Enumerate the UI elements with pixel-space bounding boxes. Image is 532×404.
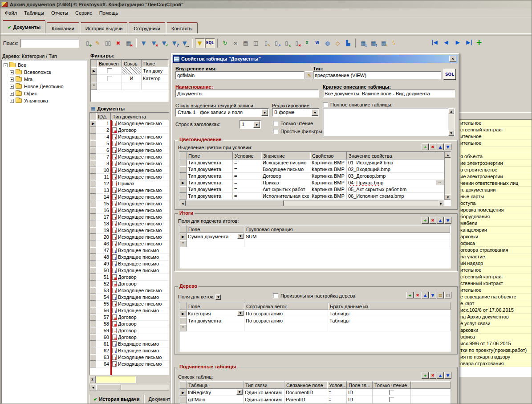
filter-row[interactable]: ИКатегор: [91, 75, 168, 82]
print-icon[interactable]: ▤: [241, 38, 251, 48]
grid-row[interactable]: ▶Тип документа=ПриказКартинка BMP04_Прик…: [179, 180, 451, 186]
grid-move-up-button[interactable]: ▲: [437, 217, 444, 224]
export-excel-icon[interactable]: X: [302, 38, 312, 48]
table-row[interactable]: 49Входящее письмо: [90, 261, 169, 267]
scroll-down-icon[interactable]: ▼: [445, 194, 451, 200]
tree-expand-icon[interactable]: +: [10, 92, 14, 96]
page-edit-icon[interactable]: ▯✎: [261, 38, 271, 48]
copy-record-icon[interactable]: ▯▯: [103, 38, 113, 48]
last-record-icon[interactable]: ▶|: [464, 37, 475, 47]
tree-expand-icon[interactable]: +: [10, 85, 14, 89]
print-preview-icon[interactable]: ◫: [251, 38, 261, 48]
scroll-right-icon[interactable]: ▶: [438, 200, 444, 206]
grid-row[interactable]: Тип документа=Исполнительная схеКартинка…: [179, 193, 451, 200]
grid-move-down-button[interactable]: ▼: [429, 292, 436, 298]
dropdown-icon[interactable]: ▼: [236, 389, 243, 395]
grid-add-button[interactable]: +: [422, 143, 429, 150]
add-row-icon[interactable]: +: [474, 37, 484, 47]
grid-add-button[interactable]: +: [422, 217, 429, 224]
menu-item-Сервис[interactable]: Сервис: [72, 9, 96, 16]
actions-icon[interactable]: ϟ: [389, 38, 399, 48]
grid-add-button[interactable]: +: [406, 292, 414, 298]
tab-Контакты[interactable]: Контакты: [167, 22, 198, 33]
table-row[interactable]: 60Договор: [90, 334, 169, 341]
tab-Документы[interactable]: ✔Документы: [3, 20, 45, 33]
grid-move-up-button[interactable]: ▲: [437, 372, 444, 379]
sql-filter-icon[interactable]: SQL: [205, 38, 215, 48]
filter-enabled-checkbox[interactable]: [107, 76, 112, 81]
color-grid-hscrollbar[interactable]: ◀▶: [179, 200, 444, 206]
grid-row[interactable]: *: [179, 324, 451, 331]
table-row[interactable]: 61Входящее письмо: [90, 341, 169, 347]
readonly-checkbox[interactable]: [389, 397, 394, 402]
export-word-icon[interactable]: W: [313, 38, 322, 48]
color-grid-vscrollbar[interactable]: ▲▼: [444, 152, 451, 200]
grid-row[interactable]: Тип документаПо возрастаниюТаблицы: [179, 317, 451, 324]
filter-clear-icon[interactable]: ▼✖: [149, 38, 159, 48]
delete-record-icon[interactable]: ✖: [114, 38, 123, 48]
type-input[interactable]: [313, 71, 441, 79]
scroll-down-icon[interactable]: ▼: [448, 130, 454, 136]
scroll-left-icon[interactable]: ◀: [179, 200, 186, 206]
tree-item-Мга[interactable]: +Мга: [9, 76, 86, 83]
filter-check-icon[interactable]: ▼✔: [159, 38, 169, 48]
table-row[interactable]: 46Исходящее письмо: [90, 241, 169, 247]
table-row[interactable]: 62Входящее письмо: [90, 347, 169, 354]
filter-icon[interactable]: ▼: [139, 38, 149, 48]
table-row[interactable]: 2Договор: [90, 127, 169, 134]
readonly-checkbox-row[interactable]: Только чтение: [273, 121, 313, 126]
table-row[interactable]: 47Входящее письмо: [90, 247, 169, 254]
table-row[interactable]: 59Договор: [90, 327, 169, 334]
tree-expand-icon[interactable]: +: [10, 78, 14, 82]
tree-save-button[interactable]: ◫: [444, 292, 451, 298]
tab-Сотрудники[interactable]: Сотрудники: [129, 22, 165, 33]
filter-new-row[interactable]: *: [91, 82, 168, 90]
grid-row[interactable]: Тип документа=ДоговорКартинка BMP03_Дого…: [179, 173, 451, 180]
table-row[interactable]: 20Исходящее письмо: [90, 234, 169, 241]
dialog-close-button[interactable]: ×: [449, 56, 456, 62]
scroll-thumb[interactable]: [96, 384, 121, 390]
tree-item-root[interactable]: -Все: [3, 61, 86, 69]
table-row[interactable]: 5Исходящее письмо: [90, 140, 169, 147]
chevron-down-icon[interactable]: ▼: [312, 109, 318, 116]
table-row[interactable]: 18Исходящее письмо: [90, 220, 169, 227]
grid-delete-button[interactable]: ✖: [414, 292, 421, 298]
table-row[interactable]: 11Исходящее письмо: [90, 174, 169, 180]
table-row[interactable]: 10Исходящее письмо: [90, 167, 169, 174]
custom-tree-checkbox[interactable]: [273, 293, 278, 298]
table-row[interactable]: 50Входящее письмо: [90, 267, 169, 274]
table-row[interactable]: 12Приказ: [90, 180, 169, 187]
table-row[interactable]: 52Договор: [90, 281, 169, 287]
table-row[interactable]: 4Исходящее письмо: [90, 134, 169, 140]
table-row[interactable]: 6Исходящее письмо: [90, 147, 169, 154]
first-record-icon[interactable]: |◀: [429, 37, 440, 47]
table-row[interactable]: 13Исходящее письмо: [90, 187, 169, 194]
internal-name-input[interactable]: [175, 71, 304, 79]
table-row[interactable]: 7Исходящее письмо: [90, 154, 169, 160]
grid-move-down-button[interactable]: ▼: [444, 217, 451, 224]
grid-add-button[interactable]: +: [422, 372, 429, 379]
grid-row[interactable]: Тип документа=Исходящее письмоКартинка B…: [179, 159, 451, 166]
edit-mode-combo[interactable]: В форме ▼: [272, 108, 319, 117]
textarea-scrollbar[interactable]: ▲ ▼: [448, 108, 455, 136]
grid-row[interactable]: qdfMainОдин-ко-многимParentID=ID: [179, 396, 451, 403]
table-row[interactable]: 17Исходящее письмо: [90, 214, 169, 220]
simple-filters-checkbox-row[interactable]: Простые фильтры: [273, 129, 322, 134]
highlight-filter-icon[interactable]: ▼: [195, 38, 205, 48]
table-row[interactable]: 48Входящее письмо: [90, 254, 169, 261]
full-description-textarea[interactable]: ▲ ▼: [323, 108, 455, 136]
filter-row[interactable]: ▶Тип доку: [91, 67, 168, 75]
export-xml-icon[interactable]: ◇: [333, 38, 343, 48]
tree-item-Ульяновка[interactable]: +Ульяновка: [9, 97, 86, 104]
table-row[interactable]: 64Исходящее письмо: [90, 361, 169, 367]
titlebar[interactable]: Архив документов (2.684) © Prostoysoft. …: [0, 0, 532, 8]
filter-enabled-checkbox[interactable]: [107, 68, 112, 73]
tree-collapse-icon[interactable]: -: [4, 63, 8, 67]
new-record-icon[interactable]: ▯+: [83, 38, 93, 48]
search-input[interactable]: [20, 39, 79, 48]
grid-move-up-button[interactable]: ▲: [437, 143, 444, 150]
dropdown-icon[interactable]: ▼: [237, 233, 244, 239]
table-row[interactable]: 53Исходящее письмо: [90, 287, 169, 294]
grid-delete-button[interactable]: ✖: [429, 372, 436, 379]
filter-question-icon[interactable]: ▼?: [170, 38, 179, 48]
